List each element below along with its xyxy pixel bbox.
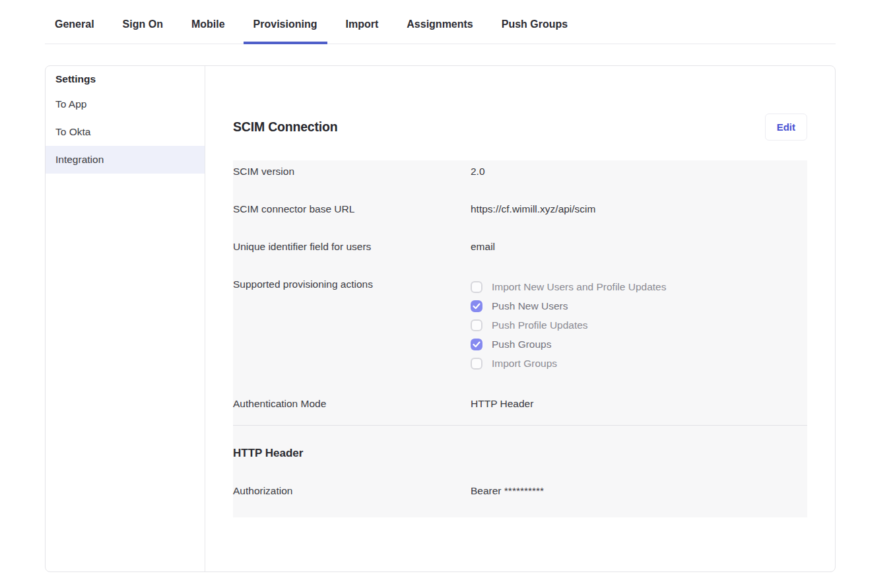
checkbox-icon[interactable] [471, 339, 482, 350]
tab-sign-on[interactable]: Sign On [113, 18, 173, 44]
field-row-authentication-mode: Authentication Mode HTTP Header [233, 385, 807, 422]
checkmark-icon [473, 303, 481, 310]
checkbox-option-push-groups[interactable]: Push Groups [471, 335, 666, 354]
checkbox-icon[interactable] [471, 281, 482, 293]
edit-button[interactable]: Edit [765, 114, 807, 141]
field-row-base-url: SCIM connector base URL https://cf.wimil… [233, 190, 807, 228]
sidebar-item-to-okta[interactable]: To Okta [46, 118, 205, 146]
checkmark-icon [473, 341, 481, 348]
provisioning-card: Settings To App To Okta Integration SCIM… [45, 65, 836, 572]
field-value: 2.0 [471, 164, 485, 178]
main-content: SCIM Connection Edit SCIM version 2.0 SC… [205, 66, 835, 572]
field-label: Authentication Mode [233, 397, 471, 410]
app-tab-bar: General Sign On Mobile Provisioning Impo… [45, 0, 836, 44]
field-label: SCIM version [233, 164, 471, 178]
tab-assignments[interactable]: Assignments [397, 18, 482, 44]
field-row-scim-version: SCIM version 2.0 [233, 160, 807, 190]
tab-push-groups[interactable]: Push Groups [492, 18, 578, 44]
checkbox-icon[interactable] [471, 300, 482, 312]
tab-import[interactable]: Import [336, 18, 389, 44]
field-label: Authorization [233, 484, 471, 498]
scim-details-panel: SCIM version 2.0 SCIM connector base URL… [233, 160, 807, 517]
checkbox-icon[interactable] [471, 319, 482, 331]
field-value: Bearer ********** [471, 484, 544, 498]
section-header: SCIM Connection Edit [233, 114, 807, 141]
field-row-unique-identifier: Unique identifier field for users email [233, 228, 807, 265]
checkbox-option-import-groups[interactable]: Import Groups [471, 354, 666, 373]
page-title: SCIM Connection [233, 119, 337, 135]
settings-sidebar: Settings To App To Okta Integration [46, 66, 205, 572]
tab-general[interactable]: General [45, 18, 104, 44]
tab-mobile[interactable]: Mobile [182, 18, 235, 44]
field-label: SCIM connector base URL [233, 202, 471, 216]
field-value: email [471, 240, 495, 253]
http-header-subheading: HTTP Header [233, 426, 807, 472]
provisioning-actions-list: Import New Users and Profile Updates Pus… [471, 277, 666, 373]
checkbox-icon[interactable] [471, 358, 482, 370]
sidebar-header: Settings [46, 66, 205, 90]
checkbox-label: Push New Users [492, 299, 568, 313]
field-value: HTTP Header [471, 397, 533, 410]
field-value: https://cf.wimill.xyz/api/scim [471, 202, 595, 216]
checkbox-label: Push Groups [492, 337, 551, 351]
sidebar-item-to-app[interactable]: To App [46, 90, 205, 118]
checkbox-option-push-new-users[interactable]: Push New Users [471, 296, 666, 315]
checkbox-option-push-profile-updates[interactable]: Push Profile Updates [471, 315, 666, 335]
tab-provisioning[interactable]: Provisioning [244, 18, 327, 44]
field-label: Supported provisioning actions [233, 277, 471, 373]
sidebar-item-integration[interactable]: Integration [46, 146, 205, 174]
field-row-authorization: Authorization Bearer ********** [233, 472, 807, 509]
checkbox-label: Push Profile Updates [492, 318, 588, 332]
field-label: Unique identifier field for users [233, 240, 471, 253]
checkbox-label: Import Groups [492, 356, 557, 370]
checkbox-label: Import New Users and Profile Updates [492, 280, 666, 294]
checkbox-option-import-new-users[interactable]: Import New Users and Profile Updates [471, 277, 666, 296]
field-row-provisioning-actions: Supported provisioning actions Import Ne… [233, 265, 807, 385]
